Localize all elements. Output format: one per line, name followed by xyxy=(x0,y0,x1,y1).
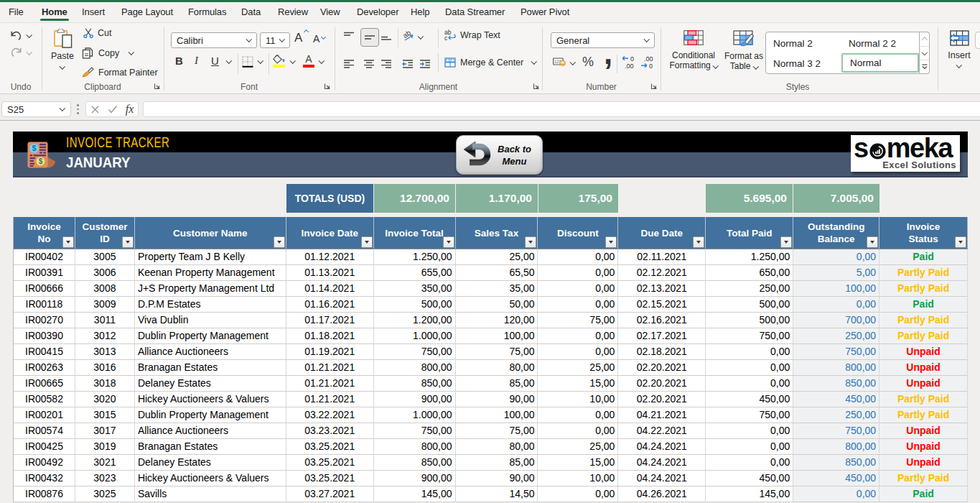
cell-total-paid[interactable]: 750,00 xyxy=(706,407,793,423)
format-painter-button[interactable]: Format Painter xyxy=(81,67,158,78)
cell-invoice-total[interactable]: 850,00 xyxy=(374,376,456,392)
filter-button[interactable] xyxy=(62,236,74,248)
cell-due-date[interactable]: 04.24.2021 xyxy=(618,439,706,455)
column-header-invoice-status[interactable]: InvoiceStatus xyxy=(879,217,968,249)
cell-invoice-no[interactable]: IR00201 xyxy=(14,407,75,423)
menu-tab-review[interactable]: Review xyxy=(278,2,308,22)
cell-customer-id[interactable]: 3020 xyxy=(75,392,135,407)
cell-total-paid[interactable]: 145,00 xyxy=(706,486,793,502)
cell-invoice-date[interactable]: 01.16.2021 xyxy=(286,297,374,313)
fill-color-button[interactable] xyxy=(273,55,286,68)
cell-customer-name[interactable]: J+S Property Management Ltd xyxy=(135,281,286,297)
menu-tab-page-layout[interactable]: Page Layout xyxy=(121,2,173,22)
cell-sales-tax[interactable]: 65,50 xyxy=(456,265,538,281)
totals-outstanding-cell[interactable]: 7.005,00 xyxy=(793,184,879,213)
increase-decimal-button[interactable]: 0 .00 xyxy=(622,55,636,69)
align-middle-button-selected[interactable] xyxy=(360,28,379,47)
totals-discount-cell[interactable]: 175,00 xyxy=(538,184,618,213)
cell-outstanding-balance[interactable]: 850,00 xyxy=(793,455,879,471)
cell-invoice-total[interactable]: 750,00 xyxy=(374,423,456,439)
menu-tab-developer[interactable]: Developer xyxy=(357,2,398,22)
align-bottom-button[interactable] xyxy=(381,32,392,41)
bold-button[interactable]: B xyxy=(175,55,183,67)
clipboard-dialog-launcher[interactable] xyxy=(154,83,161,90)
cell-sales-tax[interactable]: 85,00 xyxy=(456,376,538,392)
cell-due-date[interactable]: 02.11.2021 xyxy=(618,249,706,265)
cell-invoice-date[interactable]: 01.21.2021 xyxy=(286,360,374,376)
cell-outstanding-balance[interactable]: 800,00 xyxy=(793,360,879,376)
cell-due-date[interactable]: 02.20.2021 xyxy=(618,392,706,407)
cell-total-paid[interactable]: 450,00 xyxy=(706,392,793,407)
cell-sales-tax[interactable]: 35,00 xyxy=(456,281,538,297)
cell-invoice-date[interactable]: 03.27.2021 xyxy=(286,486,374,502)
cell-discount[interactable]: 75,00 xyxy=(538,313,618,328)
menu-tab-data[interactable]: Data xyxy=(241,2,261,22)
comma-style-button[interactable]: , xyxy=(604,36,612,70)
cell-invoice-date[interactable]: 03.25.2021 xyxy=(286,439,374,455)
cell-customer-name[interactable]: Dublin Property Management xyxy=(135,328,286,344)
cell-sales-tax[interactable]: 100,00 xyxy=(456,328,538,344)
menu-tab-insert[interactable]: Insert xyxy=(82,2,105,22)
cell-due-date[interactable]: 02.20.2021 xyxy=(618,376,706,392)
cell-total-paid[interactable]: 500,00 xyxy=(706,313,793,328)
orientation-button[interactable]: ab xyxy=(402,29,415,42)
totals-total-paid-cell[interactable]: 5.695,00 xyxy=(706,184,793,213)
cell-invoice-no[interactable]: IR00432 xyxy=(14,471,75,486)
cell-invoice-status[interactable]: Unpaid xyxy=(879,423,968,439)
cell-customer-id[interactable]: 3013 xyxy=(75,344,135,360)
orientation-dropdown-chevron[interactable] xyxy=(418,33,424,39)
decrease-font-button[interactable]: A xyxy=(313,33,319,45)
cell-customer-name[interactable]: Alliance Auctioneers xyxy=(135,423,286,439)
cell-customer-name[interactable]: Viva Dublin xyxy=(135,313,286,328)
font-color-dropdown-chevron[interactable] xyxy=(319,57,325,63)
cell-discount[interactable]: 0,00 xyxy=(538,486,618,502)
cell-total-paid[interactable]: 650,00 xyxy=(706,265,793,281)
cell-total-paid[interactable]: 250,00 xyxy=(706,281,793,297)
filter-button[interactable] xyxy=(955,236,966,248)
cell-invoice-status[interactable]: Partly Paid xyxy=(879,281,968,297)
cut-button[interactable]: Cut xyxy=(83,28,111,38)
cell-total-paid[interactable]: 0,00 xyxy=(706,455,793,471)
align-right-button[interactable] xyxy=(381,60,392,69)
cell-due-date[interactable]: 02.17.2021 xyxy=(618,328,706,344)
conditional-formatting-button[interactable]: Conditional Formatting xyxy=(666,30,721,70)
cell-invoice-no[interactable]: IR00270 xyxy=(14,313,75,328)
cell-total-paid[interactable]: 1.250,00 xyxy=(706,249,793,265)
cell-outstanding-balance[interactable]: 850,00 xyxy=(793,376,879,392)
menu-tab-formulas[interactable]: Formulas xyxy=(188,2,226,22)
cell-outstanding-balance[interactable]: 250,00 xyxy=(793,407,879,423)
cell-discount[interactable]: 15,00 xyxy=(538,455,618,471)
cell-customer-name[interactable]: Delaney Estates xyxy=(135,376,286,392)
accounting-dropdown-chevron[interactable] xyxy=(570,59,576,65)
column-header-customer-id[interactable]: CustomerID xyxy=(75,217,135,249)
column-header-discount[interactable]: Discount xyxy=(538,217,618,249)
format-as-table-button[interactable]: Format as Table xyxy=(727,30,760,71)
cell-invoice-no[interactable]: IR00263 xyxy=(14,360,75,376)
cell-sales-tax[interactable]: 100,00 xyxy=(456,407,538,423)
cell-customer-id[interactable]: 3011 xyxy=(75,313,135,328)
cell-total-paid[interactable]: 0,00 xyxy=(706,344,793,360)
cell-total-paid[interactable]: 0,00 xyxy=(706,423,793,439)
cell-total-paid[interactable]: 0,00 xyxy=(706,360,793,376)
cell-invoice-date[interactable]: 01.19.2021 xyxy=(286,344,374,360)
cell-invoice-status[interactable]: Partly Paid xyxy=(879,392,968,407)
formula-bar-handle[interactable] xyxy=(77,104,79,114)
cell-total-paid[interactable]: 750,00 xyxy=(706,328,793,344)
totals-invoice-total-cell[interactable]: 12.700,00 xyxy=(374,184,455,213)
cell-invoice-status[interactable]: Partly Paid xyxy=(879,313,968,328)
cell-invoice-status[interactable]: Partly Paid xyxy=(879,471,968,486)
menu-tab-help[interactable]: Help xyxy=(411,2,429,22)
gallery-scroll-down[interactable] xyxy=(920,46,929,60)
cell-sales-tax[interactable]: 80,00 xyxy=(456,360,538,376)
cell-invoice-status[interactable]: Unpaid xyxy=(879,344,968,360)
cell-invoice-date[interactable]: 03.25.2021 xyxy=(286,455,374,471)
number-dialog-launcher[interactable] xyxy=(650,83,658,90)
cell-discount[interactable]: 0,00 xyxy=(538,328,618,344)
cell-invoice-total[interactable]: 655,00 xyxy=(374,265,456,281)
underline-dropdown-chevron[interactable] xyxy=(226,57,232,63)
undo-button[interactable] xyxy=(10,30,22,41)
cell-invoice-total[interactable]: 800,00 xyxy=(374,360,456,376)
cell-invoice-no[interactable]: IR00425 xyxy=(14,439,75,455)
cell-outstanding-balance[interactable]: 0,00 xyxy=(793,249,879,265)
style-normal-selected[interactable]: Normal xyxy=(841,53,919,73)
